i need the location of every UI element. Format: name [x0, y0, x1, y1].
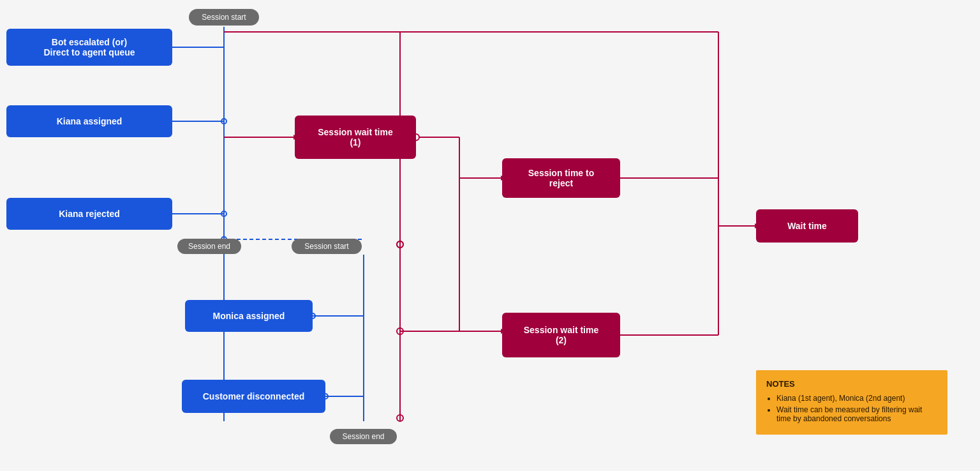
- wait-time-node: Wait time: [756, 209, 858, 243]
- session-start-top-label: Session start: [202, 13, 246, 22]
- customer-disconnected-node: Customer disconnected: [182, 380, 325, 413]
- bot-escalated-label: Bot escalated (or) Direct to agent queue: [43, 37, 135, 57]
- notes-item-1: Kiana (1st agent), Monica (2nd agent): [776, 394, 937, 403]
- session-wait-time-2-node: Session wait time (2): [502, 313, 620, 357]
- svg-point-31: [221, 211, 226, 216]
- session-end-1-pill: Session end: [177, 239, 241, 254]
- kiana-rejected-label: Kiana rejected: [59, 209, 120, 219]
- notes-item-2: Wait time can be measured by filtering w…: [776, 405, 937, 423]
- session-wait-time-1-node: Session wait time (1): [295, 116, 416, 159]
- monica-assigned-label: Monica assigned: [213, 311, 285, 321]
- svg-point-24: [397, 415, 403, 421]
- session-start-2-label: Session start: [304, 242, 348, 251]
- svg-point-21: [397, 328, 403, 334]
- notes-box: NOTES Kiana (1st agent), Monica (2nd age…: [756, 370, 947, 435]
- svg-point-14: [397, 241, 403, 248]
- session-end-2-label: Session end: [342, 432, 384, 441]
- kiana-assigned-node: Kiana assigned: [6, 105, 172, 137]
- wait-time-label: Wait time: [787, 221, 827, 231]
- session-start-top-pill: Session start: [189, 9, 259, 26]
- diagram: Bot escalated (or) Direct to agent queue…: [0, 0, 980, 471]
- svg-point-7: [221, 119, 226, 124]
- notes-title: NOTES: [766, 379, 937, 389]
- session-wait-time-1-label: Session wait time (1): [318, 127, 392, 147]
- session-start-2-pill: Session start: [292, 239, 362, 254]
- session-time-to-reject-label: Session time to reject: [528, 168, 594, 188]
- notes-list: Kiana (1st agent), Monica (2nd agent) Wa…: [776, 394, 937, 423]
- kiana-assigned-label: Kiana assigned: [57, 116, 122, 126]
- session-wait-time-2-label: Session wait time (2): [524, 325, 598, 345]
- monica-assigned-node: Monica assigned: [185, 300, 313, 332]
- session-end-2-pill: Session end: [330, 429, 397, 444]
- session-time-to-reject-node: Session time to reject: [502, 158, 620, 198]
- customer-disconnected-label: Customer disconnected: [203, 391, 304, 401]
- kiana-rejected-node: Kiana rejected: [6, 198, 172, 230]
- session-end-1-label: Session end: [188, 242, 230, 251]
- bot-escalated-node: Bot escalated (or) Direct to agent queue: [6, 29, 172, 66]
- svg-point-29: [397, 241, 403, 248]
